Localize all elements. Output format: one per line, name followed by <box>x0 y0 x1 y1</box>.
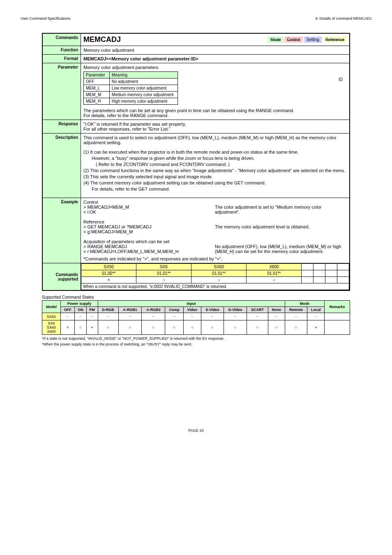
param-th1: Parameter <box>84 72 110 78</box>
response-line1: "i:OK" is returned if the parameter was … <box>83 122 347 127</box>
header-left: User Command Specifications <box>21 16 70 21</box>
example-footnote: *Commands are indicated by ">", and resp… <box>83 256 347 261</box>
label-commands: Commands <box>42 33 81 46</box>
response-line2: For all other responses, refer to "Error… <box>83 127 347 131</box>
example-acq-label: Acquisition of parameters which can be s… <box>83 239 347 244</box>
tag-mode: Mode <box>268 37 283 43</box>
command-spec-table: Commands MEMCADJ Mode Control Setting Re… <box>42 33 350 291</box>
tag-setting: Setting <box>304 37 322 43</box>
header-right: 9. Details of command MEMCADJ <box>315 16 371 21</box>
label-commands-supported: Commands supported <box>42 263 81 291</box>
format-text: MEMCADJ=<Memory color adjustment paramet… <box>81 55 350 63</box>
param-th2: Meaning <box>109 72 178 78</box>
label-example: Example <box>42 198 81 263</box>
param-note2: For details, refer to the RANGE command. <box>83 113 347 118</box>
label-format: Format <box>42 55 81 63</box>
supported-states-table: Model Power supply Input Mode Remarks OF… <box>42 300 350 335</box>
commands-supported-table: SX50 SX6 SX60 X600 01.00** 01.01** 01.01… <box>81 263 349 290</box>
example-ref-label: Reference <box>83 219 347 224</box>
example-control-label: Control <box>83 200 347 205</box>
param-note1: The parameters which can be set at any g… <box>83 108 347 113</box>
tag-reference: Reference <box>323 37 347 43</box>
page-header: User Command Specifications 9. Details o… <box>21 16 371 21</box>
param-table: ParameterMeaning OFFNo adjustment MEM_LL… <box>83 71 178 105</box>
state-foot1: *If a state is not supported, "INVALID_M… <box>42 336 350 341</box>
label-parameter: Parameter <box>42 63 81 120</box>
label-response: Response <box>42 120 81 134</box>
desc-list: (1) It can be executed when the projecto… <box>83 150 347 191</box>
command-name: MEMCADJ <box>83 35 121 44</box>
label-function: Function <box>42 46 81 55</box>
state-foot2: *When the power supply state is in the p… <box>42 342 350 346</box>
label-description: Description <box>42 134 81 198</box>
id-label: ID <box>339 77 343 82</box>
param-intro: Memory color adjustment parameters <box>83 65 347 70</box>
supported-states-title: Supported Command States <box>42 295 350 299</box>
page-number: PAGE 43 <box>21 428 371 433</box>
desc-intro: This command is used to select no adjust… <box>83 135 347 145</box>
tag-control: Control <box>284 37 302 43</box>
function-text: Memory color adjustment <box>81 46 350 55</box>
